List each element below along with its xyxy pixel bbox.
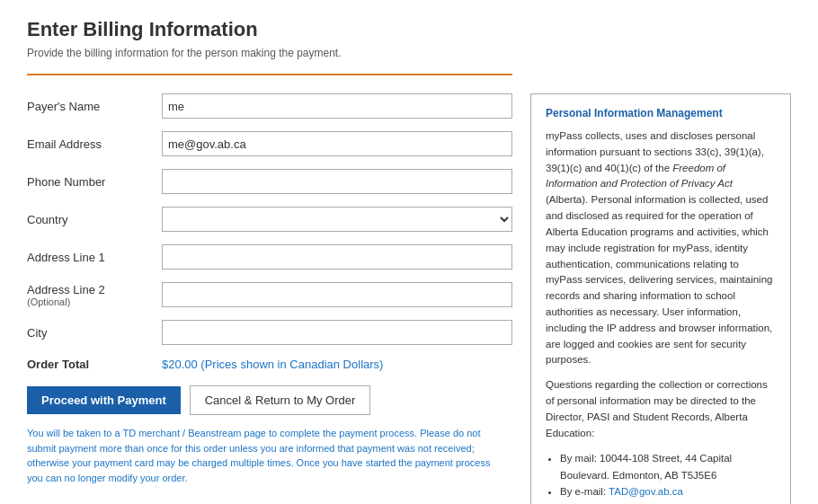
address2-label: Address Line 2	[27, 283, 162, 296]
phone-label: Phone Number	[27, 175, 162, 189]
email-label: Email Address	[27, 137, 162, 151]
info-box-title: Personal Information Management	[546, 107, 776, 119]
address2-label-wrap: Address Line 2 (Optional)	[27, 283, 162, 307]
city-row: City	[27, 320, 512, 345]
address2-optional: (Optional)	[27, 296, 162, 307]
page-title: Enter Billing Information	[27, 18, 791, 41]
address1-row: Address Line 1	[27, 244, 512, 270]
page-subtitle: Provide the billing information for the …	[27, 47, 791, 59]
email-field-wrap	[162, 131, 512, 156]
info-paragraph-1: myPass collects, uses and discloses pers…	[546, 128, 776, 368]
order-total-row: Order Total $20.00 (Prices shown in Cana…	[27, 358, 512, 371]
button-row: Proceed with Payment Cancel & Return to …	[27, 385, 512, 415]
address1-field-wrap	[162, 244, 512, 270]
proceed-button[interactable]: Proceed with Payment	[27, 386, 181, 414]
country-label: Country	[27, 213, 162, 226]
info-box: Personal Information Management myPass c…	[530, 93, 791, 504]
phone-row: Phone Number	[27, 169, 512, 194]
payers-name-label: Payer's Name	[27, 100, 162, 113]
info-email: By e-mail: TAD@gov.ab.ca	[560, 483, 776, 500]
address2-row: Address Line 2 (Optional)	[27, 282, 512, 307]
country-row: Country Canada United States	[27, 207, 512, 232]
info-paragraph-2: Questions regarding the collection or co…	[546, 377, 776, 441]
address1-label: Address Line 1	[27, 251, 162, 264]
address2-input[interactable]	[162, 282, 512, 307]
cancel-button[interactable]: Cancel & Return to My Order	[190, 385, 371, 415]
city-label: City	[27, 326, 162, 340]
address2-field-wrap	[162, 282, 512, 307]
phone-input[interactable]	[162, 169, 512, 194]
email-input[interactable]	[162, 131, 512, 156]
form-section: Payer's Name Email Address Phone Number …	[27, 93, 512, 504]
payers-name-field-wrap	[162, 93, 512, 119]
phone-field-wrap	[162, 169, 512, 194]
info-mail: By mail: 10044-108 Street, 44 Capital Bo…	[560, 450, 776, 483]
info-email-link[interactable]: TAD@gov.ab.ca	[609, 486, 683, 497]
payers-name-input[interactable]	[162, 93, 512, 119]
email-row: Email Address	[27, 131, 512, 156]
payers-name-row: Payer's Name	[27, 93, 512, 119]
order-total-value: $20.00 (Prices shown in Canadian Dollars…	[162, 358, 383, 371]
city-field-wrap	[162, 320, 512, 345]
country-select[interactable]: Canada United States	[162, 207, 512, 232]
main-layout: Payer's Name Email Address Phone Number …	[27, 93, 791, 504]
city-input[interactable]	[162, 320, 512, 345]
payment-notice: You will be taken to a TD merchant / Bea…	[27, 426, 494, 485]
address1-input[interactable]	[162, 244, 512, 270]
info-contact-list: By mail: 10044-108 Street, 44 Capital Bo…	[560, 450, 776, 504]
info-phone: By telephone at 780-427-5736. (Dial 310-…	[560, 500, 776, 504]
act-name: Freedom of Information and Protection of…	[546, 163, 733, 190]
country-field-wrap: Canada United States	[162, 207, 512, 232]
divider	[27, 74, 512, 75]
order-total-label: Order Total	[27, 358, 162, 371]
